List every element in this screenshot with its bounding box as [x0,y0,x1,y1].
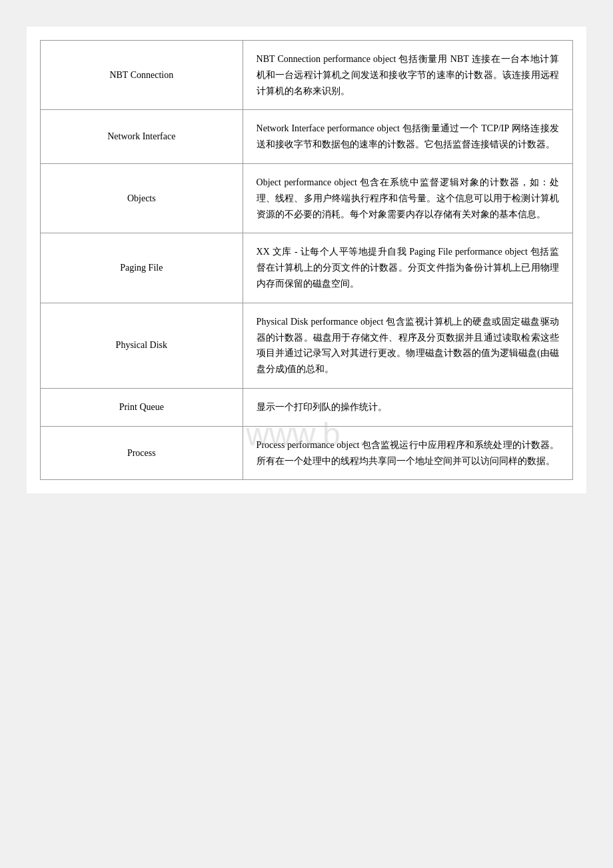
row-name-cell: Process [41,426,243,480]
row-desc-cell: 显示一个打印列队的操作统计。 [243,388,572,426]
row-desc-cell: Object performance object 包含在系统中监督逻辑对象的计… [243,163,572,233]
table-row: NBT ConnectionNBT Connection performance… [41,41,573,110]
row-name-cell: Physical Disk [41,303,243,388]
row-desc-cell: Process performance object 包含监视运行中应用程序和系… [243,426,572,480]
table-row: Physical DiskPhysical Disk performance o… [41,303,573,388]
row-name-cell: NBT Connection [41,41,243,110]
row-desc-cell: Physical Disk performance object 包含监视计算机… [243,303,572,388]
row-name-cell: Paging File [41,233,243,303]
row-desc-cell: XX 文库 - 让每个人平等地提升自我 Paging File performa… [243,233,572,303]
table-row: Paging FileXX 文库 - 让每个人平等地提升自我 Paging Fi… [41,233,573,303]
page-container: www.b... NBT ConnectionNBT Connection pe… [27,27,586,493]
data-table: NBT ConnectionNBT Connection performance… [40,40,573,480]
row-name-cell: Objects [41,163,243,233]
row-name-cell: Network Interface [41,110,243,164]
table-row: ObjectsObject performance object 包含在系统中监… [41,163,573,233]
row-desc-cell: NBT Connection performance object 包括衡量用 … [243,41,572,110]
table-row: Network InterfaceNetwork Interface perfo… [41,110,573,164]
row-desc-cell: Network Interface performance object 包括衡… [243,110,572,164]
table-row: Print Queue显示一个打印列队的操作统计。 [41,388,573,426]
table-row: ProcessProcess performance object 包含监视运行… [41,426,573,480]
row-name-cell: Print Queue [41,388,243,426]
